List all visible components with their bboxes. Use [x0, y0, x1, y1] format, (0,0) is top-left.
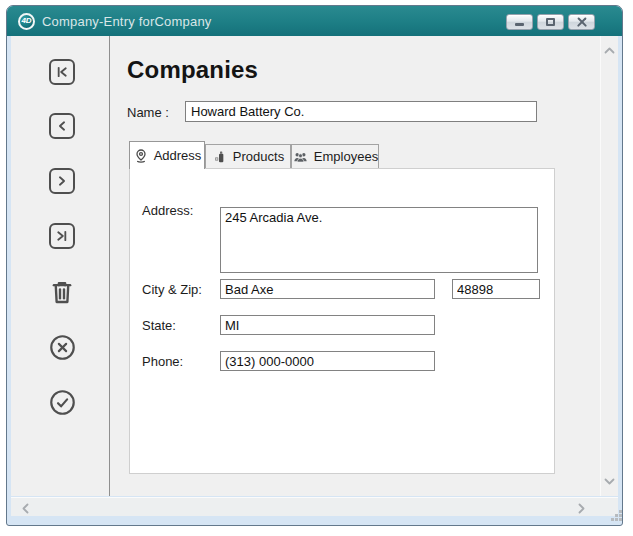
- next-record-button[interactable]: [49, 168, 75, 194]
- name-label: Name :: [127, 105, 185, 120]
- minimize-button[interactable]: [506, 14, 533, 30]
- products-icon: [212, 149, 228, 165]
- previous-record-button[interactable]: [49, 113, 75, 139]
- accept-check-icon: [48, 388, 77, 417]
- previous-record-icon: [52, 116, 72, 136]
- minimize-icon: [515, 23, 524, 26]
- window-controls: [506, 14, 595, 30]
- name-input[interactable]: [185, 101, 537, 122]
- city-zip-label: City & Zip:: [142, 282, 202, 297]
- last-record-button[interactable]: [49, 223, 75, 249]
- vertical-scrollbar[interactable]: [600, 36, 618, 496]
- window-title: Company-Entry forCompany: [42, 14, 212, 29]
- address-label: Address:: [142, 203, 193, 218]
- cancel-button[interactable]: [47, 332, 77, 362]
- tab-address[interactable]: Address: [129, 141, 205, 169]
- maximize-icon: [546, 18, 555, 26]
- titlebar[interactable]: 4D Company-Entry forCompany: [7, 6, 622, 36]
- zip-input[interactable]: [452, 279, 540, 299]
- next-record-icon: [52, 171, 72, 191]
- tab-products[interactable]: Products: [205, 144, 291, 169]
- employees-icon: [292, 149, 309, 165]
- close-icon: [576, 17, 588, 27]
- address-tab-panel: Address: 245 Arcadia Ave. City & Zip: St…: [129, 168, 555, 474]
- delete-record-button[interactable]: [46, 276, 78, 308]
- chevron-right-icon: [577, 503, 586, 514]
- company-form: Companies Name : Address: [111, 36, 600, 496]
- accept-button[interactable]: [47, 387, 77, 417]
- page-title: Companies: [127, 56, 258, 84]
- first-record-button[interactable]: [49, 59, 75, 85]
- tab-employees-label: Employees: [314, 149, 378, 164]
- chevron-up-icon: [604, 46, 615, 55]
- address-textarea[interactable]: 245 Arcadia Ave.: [220, 207, 538, 273]
- first-record-icon: [52, 62, 72, 82]
- phone-input[interactable]: [220, 351, 435, 371]
- scroll-down-button[interactable]: [604, 474, 615, 489]
- state-label: State:: [142, 318, 176, 333]
- city-input[interactable]: [220, 279, 435, 299]
- record-toolbar: [11, 36, 110, 496]
- tab-address-label: Address: [154, 148, 202, 163]
- chevron-down-icon: [604, 477, 615, 486]
- tab-employees[interactable]: Employees: [291, 144, 379, 169]
- tab-products-label: Products: [233, 149, 284, 164]
- 4d-logo-icon: 4D: [18, 13, 35, 30]
- close-button[interactable]: [568, 14, 595, 30]
- client-area: Companies Name : Address: [11, 36, 618, 496]
- last-record-icon: [52, 226, 72, 246]
- cancel-cross-icon: [48, 333, 77, 362]
- app-window: 4D Company-Entry forCompany: [6, 5, 623, 526]
- maximize-button[interactable]: [537, 14, 564, 30]
- scroll-up-button[interactable]: [604, 43, 615, 58]
- horizontal-scrollbar[interactable]: [11, 497, 618, 516]
- phone-label: Phone:: [142, 354, 183, 369]
- scroll-right-button[interactable]: [577, 502, 586, 517]
- trash-icon: [47, 277, 77, 307]
- resize-grip[interactable]: [611, 510, 614, 513]
- chevron-left-icon: [21, 503, 30, 514]
- scroll-left-button[interactable]: [21, 502, 30, 517]
- map-pin-icon: [133, 148, 149, 164]
- state-input[interactable]: [220, 315, 435, 335]
